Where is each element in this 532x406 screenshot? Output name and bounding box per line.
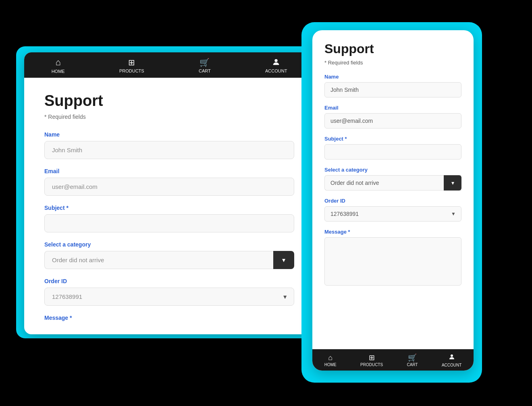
front-message-label: Message *	[324, 229, 461, 235]
back-card-form: Support * Required fields Name Email Sub…	[24, 78, 314, 334]
front-category-label: Select a category	[324, 167, 461, 173]
account-icon	[272, 58, 281, 67]
chevron-down-icon: ▾	[282, 256, 285, 264]
front-name-field-group: Name	[324, 74, 461, 97]
front-nav-products-label: PRODUCTS	[360, 362, 383, 367]
front-nav-cart-label: CART	[407, 362, 418, 367]
front-name-input[interactable]	[324, 82, 461, 97]
back-orderid-select[interactable]: 127638991 127638992	[44, 288, 294, 306]
front-category-dropdown-btn[interactable]: ▾	[444, 175, 461, 191]
home-icon: ⌂	[55, 57, 60, 68]
back-orderid-label: Order ID	[44, 278, 294, 284]
front-card: Support * Required fields Name Email Sub…	[312, 30, 474, 371]
back-subject-label: Subject *	[44, 205, 294, 211]
back-subject-input[interactable]	[44, 214, 294, 232]
home-icon: ⌂	[328, 354, 332, 361]
back-nav-account-label: ACCOUNT	[265, 68, 287, 73]
back-nav-account[interactable]: ACCOUNT	[265, 58, 287, 73]
front-category-field-group: Select a category Order did not arrive ▾	[324, 167, 461, 191]
front-nav-home-label: HOME	[324, 362, 337, 367]
back-nav-home[interactable]: ⌂ HOME	[52, 57, 65, 74]
front-category-value[interactable]: Order did not arrive	[324, 175, 461, 191]
svg-point-1	[451, 354, 453, 357]
back-category-field-group: Select a category Order did not arrive ▾	[44, 241, 294, 269]
cart-icon: 🛒	[408, 354, 417, 361]
front-nav-products[interactable]: ⊞ PRODUCTS	[360, 354, 383, 367]
front-card-title: Support	[324, 41, 461, 56]
back-category-select-wrapper: Order did not arrive ▾	[44, 251, 294, 269]
cart-icon: 🛒	[200, 58, 210, 67]
products-icon: ⊞	[369, 354, 375, 361]
svg-point-0	[274, 59, 277, 62]
back-category-value[interactable]: Order did not arrive	[44, 251, 273, 269]
front-nav-account[interactable]: ACCOUNT	[442, 353, 461, 367]
front-nav-home[interactable]: ⌂ HOME	[324, 354, 337, 367]
front-subject-field-group: Subject *	[324, 136, 461, 160]
back-card-title: Support	[44, 92, 294, 110]
front-email-input[interactable]	[324, 113, 461, 128]
back-email-field-group: Email	[44, 168, 294, 196]
front-message-field-group: Message *	[324, 229, 461, 287]
back-orderid-select-wrapper: 127638991 127638992 ▼	[44, 288, 294, 306]
back-nav-cart-label: CART	[199, 68, 211, 73]
front-name-label: Name	[324, 74, 461, 80]
front-card-bottom-nav: ⌂ HOME ⊞ PRODUCTS 🛒 CART ACCOUNT	[312, 349, 474, 371]
back-orderid-field-group: Order ID 127638991 127638992 ▼	[44, 278, 294, 306]
back-category-label: Select a category	[44, 241, 294, 248]
front-card-form: Support * Required fields Name Email Sub…	[312, 30, 474, 349]
front-orderid-select[interactable]: 127638991 127638992	[324, 206, 461, 222]
products-icon: ⊞	[128, 58, 135, 67]
back-nav-cart[interactable]: 🛒 CART	[199, 58, 211, 73]
front-nav-cart[interactable]: 🛒 CART	[407, 354, 418, 367]
chevron-down-white-icon: ▾	[451, 180, 454, 186]
account-icon	[448, 353, 455, 362]
back-nav-home-label: HOME	[52, 69, 65, 74]
back-nav-products[interactable]: ⊞ PRODUCTS	[119, 58, 144, 73]
front-orderid-select-wrapper: 127638991 127638992 ▼	[324, 206, 461, 222]
back-email-input[interactable]	[44, 178, 294, 196]
back-subject-field-group: Subject *	[44, 205, 294, 232]
back-name-label: Name	[44, 131, 294, 138]
front-orderid-field-group: Order ID 127638991 127638992 ▼	[324, 198, 461, 222]
front-category-select-wrapper: Order did not arrive ▾	[324, 175, 461, 191]
back-category-dropdown-btn[interactable]: ▾	[273, 251, 294, 269]
front-orderid-label: Order ID	[324, 198, 461, 204]
back-message-label: Message *	[44, 315, 294, 321]
back-card: ⌂ HOME ⊞ PRODUCTS 🛒 CART ACCOUNT Support…	[24, 52, 314, 334]
back-name-field-group: Name	[44, 131, 294, 159]
back-nav-products-label: PRODUCTS	[119, 68, 144, 73]
front-subject-label: Subject *	[324, 136, 461, 142]
back-card-nav: ⌂ HOME ⊞ PRODUCTS 🛒 CART ACCOUNT	[24, 52, 314, 78]
front-card-required-note: * Required fields	[324, 60, 461, 66]
front-nav-account-label: ACCOUNT	[442, 363, 461, 367]
front-email-label: Email	[324, 105, 461, 111]
front-message-textarea[interactable]	[324, 237, 461, 286]
back-card-required-note: * Required fields	[44, 114, 294, 120]
back-name-input[interactable]	[44, 141, 294, 159]
front-email-field-group: Email	[324, 105, 461, 128]
back-email-label: Email	[44, 168, 294, 174]
front-subject-input[interactable]	[324, 144, 461, 160]
